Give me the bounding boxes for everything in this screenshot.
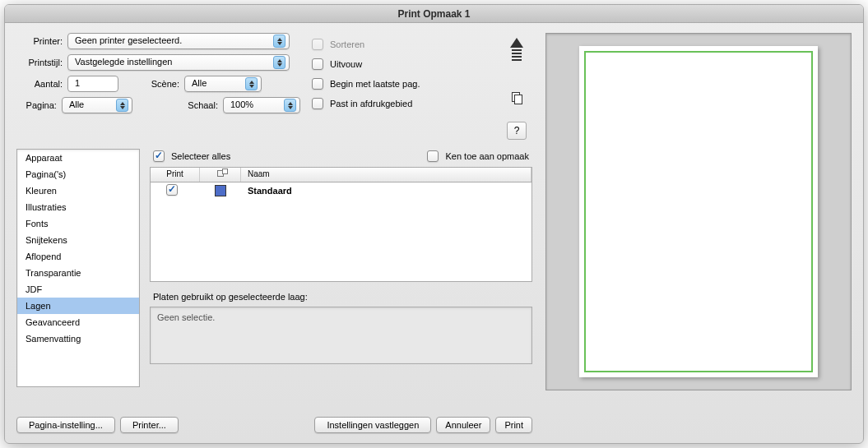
- print-button[interactable]: Print: [495, 417, 532, 433]
- page-preview-area: [545, 33, 852, 390]
- scale-popup[interactable]: 100%: [223, 97, 300, 113]
- page-value: Alle: [69, 99, 84, 109]
- cancel-button[interactable]: Annuleer: [436, 417, 490, 433]
- table-header: Print Naam: [151, 168, 531, 182]
- printstijl-label: Printstijl:: [16, 58, 67, 67]
- print-dialog: Print Opmaak 1 Printer: Geen printer ges…: [4, 4, 864, 444]
- scene-popup[interactable]: Alle: [184, 76, 262, 92]
- select-all-checkbox[interactable]: [153, 150, 165, 162]
- layer-color-swatch: [215, 185, 226, 196]
- scene-label: Scène:: [143, 79, 184, 89]
- printer-button[interactable]: Printer...: [120, 417, 179, 433]
- printstyle-value: Vastgelegde instellingen: [75, 57, 172, 67]
- page-popup[interactable]: Alle: [62, 97, 132, 113]
- sidebar-item-samenvatting[interactable]: Samenvatting: [17, 330, 139, 347]
- sidebar-item-snijtekens[interactable]: Snijtekens: [17, 232, 139, 248]
- swatch-header-icon: [217, 170, 224, 177]
- spreads-label: Uitvouw: [330, 59, 362, 69]
- col-print[interactable]: Print: [151, 168, 200, 182]
- no-selection-text: Geen selectie.: [157, 312, 215, 322]
- sidebar-item-geavanceerd[interactable]: Geavanceerd: [17, 314, 139, 330]
- page-preview-margin: [584, 51, 813, 372]
- assign-layout-label: Ken toe aan opmaak: [445, 151, 529, 161]
- sidebar-item-paginas[interactable]: Pagina('s): [17, 166, 139, 182]
- sidebar-item-kleuren[interactable]: Kleuren: [17, 182, 139, 199]
- window-title: Print Opmaak 1: [5, 5, 863, 23]
- category-sidebar: ApparaatPagina('s)KleurenIllustratiesFon…: [16, 149, 140, 387]
- collate-label: Sorteren: [330, 39, 364, 49]
- popup-arrows-icon: [273, 35, 285, 48]
- select-all-label: Selecteer alles: [171, 151, 230, 161]
- up-arrow-icon[interactable]: [510, 38, 523, 61]
- fit-checkbox[interactable]: [312, 98, 323, 109]
- capture-settings-button[interactable]: Instellingen vastleggen: [314, 417, 431, 433]
- printstyle-popup[interactable]: Vastgelegde instellingen: [67, 54, 290, 71]
- collate-checkbox[interactable]: [312, 39, 323, 50]
- plates-box: Geen selectie.: [150, 307, 532, 364]
- printer-label: Printer:: [16, 36, 67, 46]
- copies-input[interactable]: 1: [67, 76, 118, 92]
- row-name: Standaard: [241, 186, 531, 196]
- sidebar-item-jdf[interactable]: JDF: [17, 281, 139, 298]
- plates-label: Platen gebruikt op geselecteerde laag:: [150, 290, 532, 303]
- aantal-label: Aantal:: [16, 79, 67, 89]
- printer-value: Geen printer geselecteerd.: [75, 35, 182, 45]
- page-preview: [579, 46, 818, 377]
- fit-label: Past in afdrukgebied: [330, 99, 412, 109]
- sidebar-item-aflopend[interactable]: Aflopend: [17, 248, 139, 265]
- layers-table: Print Naam Standaard: [150, 167, 532, 282]
- sidebar-item-transparantie[interactable]: Transparantie: [17, 265, 139, 281]
- col-swatch[interactable]: [200, 168, 241, 182]
- row-print-checkbox[interactable]: [166, 184, 178, 196]
- sidebar-item-lagen[interactable]: Lagen: [17, 298, 139, 314]
- footer: Pagina-instelling... Printer... Instelli…: [16, 417, 532, 433]
- sidebar-item-illustraties[interactable]: Illustraties: [17, 199, 139, 215]
- scale-value: 100%: [230, 99, 253, 109]
- popup-arrows-icon: [273, 56, 285, 69]
- popup-arrows-icon: [245, 77, 258, 90]
- printer-popup[interactable]: Geen printer geselecteerd.: [67, 33, 290, 49]
- popup-arrows-icon: [284, 99, 296, 112]
- scene-value: Alle: [192, 78, 207, 88]
- assign-layout-checkbox[interactable]: [427, 150, 439, 162]
- sidebar-item-fonts[interactable]: Fonts: [17, 215, 139, 232]
- table-row[interactable]: Standaard: [151, 182, 531, 199]
- col-name[interactable]: Naam: [241, 168, 531, 182]
- layers-panel: Selecteer alles Ken toe aan opmaak Print…: [150, 149, 532, 387]
- mid-section: ApparaatPagina('s)KleurenIllustratiesFon…: [16, 149, 532, 387]
- spreads-checkbox[interactable]: [312, 58, 323, 70]
- popup-arrows-icon: [116, 99, 128, 112]
- backtofront-label: Begin met laatste pag.: [330, 79, 420, 89]
- dialog-content: Printer: Geen printer geselecteerd. Prin…: [5, 23, 863, 390]
- copy-icon[interactable]: [512, 92, 522, 104]
- pagina-label: Pagina:: [16, 100, 62, 110]
- schaal-label: Schaal:: [182, 100, 223, 110]
- backtofront-checkbox[interactable]: [312, 78, 323, 90]
- help-button[interactable]: ?: [507, 122, 527, 140]
- sidebar-item-apparaat[interactable]: Apparaat: [17, 150, 139, 166]
- page-setup-button[interactable]: Pagina-instelling...: [16, 417, 115, 433]
